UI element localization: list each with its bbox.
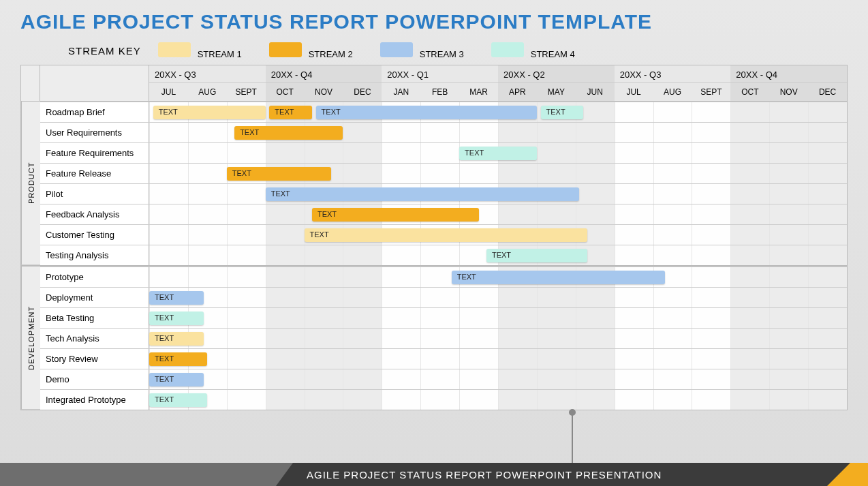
legend-item: STREAM 2: [309, 49, 353, 59]
legend-swatch-s2: [269, 42, 302, 57]
quarter-header: 20XX - Q3: [615, 65, 731, 82]
month-header: JUL: [149, 82, 188, 101]
task-name: Pilot: [40, 184, 149, 204]
month-header: MAY: [537, 82, 576, 101]
month-header: APR: [498, 82, 537, 101]
task-name: Feature Requirements: [40, 143, 149, 163]
month-header: DEC: [808, 82, 847, 101]
task-name: Beta Testing: [40, 308, 149, 328]
month-header: NOV: [305, 82, 343, 101]
month-header: JAN: [382, 82, 420, 101]
legend-label: STREAM KEY: [68, 45, 141, 57]
quarter-header: 20XX - Q4: [730, 65, 847, 82]
month-header: JUL: [615, 82, 653, 101]
task-name: Feedback Analysis: [40, 204, 149, 224]
month-header: SEPT: [692, 82, 730, 101]
group-label: DEVELOPMENT: [21, 267, 40, 410]
month-header: SEPT: [227, 82, 266, 101]
task-name: Feature Release: [40, 164, 149, 183]
page-title: AGILE PROJECT STATUS REPORT POWERPOINT T…: [0, 0, 868, 37]
quarter-header: 20XX - Q1: [382, 65, 498, 82]
month-header: OCT: [266, 82, 305, 101]
legend-swatch-s4: [491, 42, 524, 57]
legend-item: STREAM 4: [531, 49, 575, 59]
task-name: Integrated Prototype: [40, 390, 149, 410]
month-header: AUG: [188, 82, 227, 101]
legend-swatch-s3: [380, 42, 413, 57]
group-label: PRODUCT: [21, 102, 40, 265]
task-name: Tech Analysis: [40, 329, 149, 348]
footer-text: AGILE PROJECT STATUS REPORT POWERPOINT P…: [293, 463, 827, 486]
month-header: AUG: [653, 82, 692, 101]
task-name: Customer Testing: [40, 225, 149, 245]
task-name: User Requirements: [40, 123, 149, 142]
month-header: JUN: [576, 82, 615, 101]
task-name: Testing Analysis: [40, 245, 149, 265]
legend-item: STREAM 3: [420, 49, 464, 59]
task-name: Demo: [40, 369, 149, 389]
task-name: Roadmap Brief: [40, 102, 149, 122]
task-name: Prototype: [40, 267, 149, 287]
month-header: DEC: [343, 82, 382, 101]
gantt-chart: 20XX - Q320XX - Q420XX - Q120XX - Q220XX…: [20, 65, 848, 410]
task-name: Story Review: [40, 349, 149, 369]
quarter-header: 20XX - Q2: [498, 65, 615, 82]
quarter-header: 20XX - Q4: [266, 65, 382, 82]
footer: AGILE PROJECT STATUS REPORT POWERPOINT P…: [0, 463, 868, 486]
legend-item: STREAM 1: [198, 49, 242, 59]
task-name: Deployment: [40, 288, 149, 307]
legend: STREAM KEY STREAM 1STREAM 2STREAM 3STREA…: [0, 37, 868, 65]
month-header: OCT: [730, 82, 769, 101]
quarter-header: 20XX - Q3: [149, 65, 266, 82]
month-header: FEB: [420, 82, 459, 101]
legend-swatch-s1: [158, 42, 191, 57]
month-header: NOV: [769, 82, 808, 101]
month-header: MAR: [459, 82, 498, 101]
